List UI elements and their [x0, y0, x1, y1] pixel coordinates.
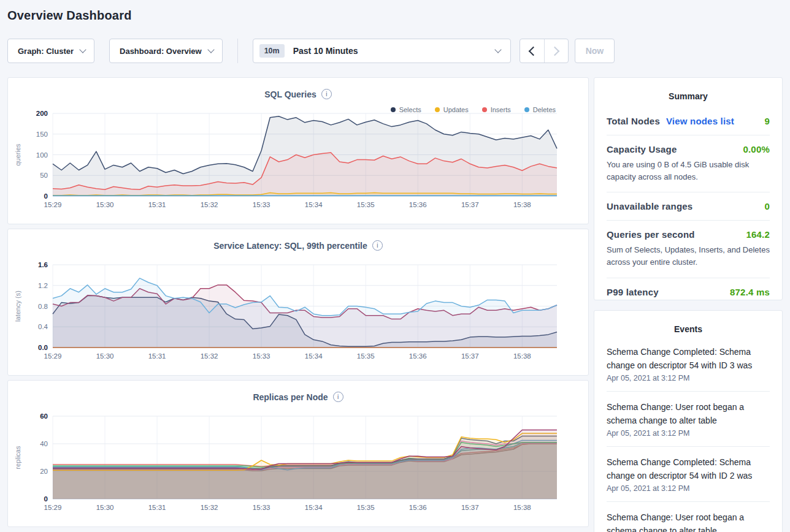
svg-text:15:31: 15:31 [148, 352, 166, 360]
chart-header: Service Latency: SQL, 99th percentilei [8, 229, 588, 252]
p99-latency-row: P99 latency 872.4 ms [607, 287, 770, 297]
replicas-per-node-plot[interactable]: 15:2915:3015:3115:3215:3315:3415:3515:36… [8, 410, 589, 517]
legend-item-updates[interactable]: Updates [435, 106, 469, 113]
event-timestamp: Apr 05, 2021 at 3:12 PM [607, 374, 770, 382]
event-text: Schema Change Completed: Schema change o… [607, 455, 770, 482]
legend-item-selects[interactable]: Selects [391, 106, 421, 113]
events-panel: Events Schema Change Completed: Schema c… [594, 310, 783, 532]
svg-text:15:30: 15:30 [96, 352, 114, 360]
svg-text:15:38: 15:38 [513, 504, 531, 511]
divider [607, 192, 770, 192]
svg-text:60: 60 [40, 412, 48, 420]
toolbar-divider [237, 39, 238, 63]
sql-queries-plot[interactable]: 15:2915:3015:3115:3215:3315:3415:3515:36… [8, 107, 589, 215]
svg-text:20: 20 [40, 468, 48, 475]
events-list: Schema Change Completed: Schema change o… [607, 345, 770, 532]
svg-text:15:30: 15:30 [96, 504, 114, 511]
legend-dot [524, 107, 529, 112]
next-range-button[interactable] [544, 39, 568, 63]
svg-text:15:30: 15:30 [96, 201, 114, 208]
chevron-right-icon [550, 46, 560, 56]
legend-label: Selects [399, 106, 421, 113]
svg-text:15:29: 15:29 [44, 352, 62, 360]
svg-text:15:36: 15:36 [409, 201, 427, 208]
dashboard-dropdown[interactable]: Dashboard: Overview [109, 39, 223, 63]
graph-scope-dropdown[interactable]: Graph: Cluster [7, 39, 94, 63]
events-title: Events [607, 324, 770, 334]
svg-text:15:33: 15:33 [253, 201, 270, 208]
capacity-usage-description: You are using 0 B of 4.5 GiB usable disk… [607, 159, 770, 183]
summary-title: Summary [607, 91, 770, 101]
charts-column: SQL Queriesi SelectsUpdatesInsertsDelete… [7, 77, 589, 531]
toolbar: Graph: Cluster Dashboard: Overview 10m P… [7, 39, 783, 63]
prev-range-button[interactable] [520, 39, 544, 63]
capacity-usage-row: Capacity Usage 0.00% [607, 144, 770, 154]
chevron-down-icon [207, 46, 214, 53]
divider [607, 501, 770, 502]
svg-text:15:29: 15:29 [44, 201, 62, 208]
event-item: Schema Change: User root began a schema … [607, 400, 770, 438]
svg-text:15:38: 15:38 [513, 201, 531, 208]
chart-header: Replicas per Nodei [8, 381, 588, 403]
svg-text:40: 40 [40, 440, 48, 447]
time-window-badge: 10m [259, 44, 285, 58]
view-nodes-list-link[interactable]: View nodes list [666, 116, 734, 126]
chart-card-replicas-per-node: Replicas per Nodei 15:2915:3015:3115:321… [7, 380, 589, 527]
legend-item-deletes[interactable]: Deletes [524, 106, 556, 113]
svg-text:0.8: 0.8 [38, 303, 48, 310]
svg-text:15:34: 15:34 [305, 504, 323, 511]
svg-text:15:32: 15:32 [201, 352, 218, 360]
svg-text:15:36: 15:36 [409, 504, 427, 511]
svg-text:15:36: 15:36 [409, 352, 427, 360]
chevron-down-icon [494, 46, 501, 53]
info-icon[interactable]: i [333, 392, 343, 402]
svg-text:1.6: 1.6 [38, 261, 48, 268]
svg-text:15:35: 15:35 [357, 352, 375, 360]
svg-text:15:38: 15:38 [513, 352, 531, 360]
legend-label: Updates [443, 106, 469, 113]
queries-per-second-value: 164.2 [746, 229, 770, 240]
svg-text:latency (s): latency (s) [14, 291, 21, 322]
svg-text:200: 200 [36, 110, 48, 117]
event-timestamp: Apr 05, 2021 at 3:12 PM [607, 484, 770, 493]
info-icon[interactable]: i [372, 240, 383, 251]
event-timestamp: Apr 05, 2021 at 3:12 PM [607, 429, 770, 438]
queries-per-second-row: Queries per second 164.2 [607, 229, 770, 240]
chart-header: SQL Queriesi [8, 78, 588, 101]
queries-per-second-label: Queries per second [607, 229, 695, 240]
now-button[interactable]: Now [575, 39, 615, 63]
svg-text:100: 100 [36, 151, 48, 159]
service-latency-plot[interactable]: 15:2915:3015:3115:3215:3315:3415:3515:36… [8, 259, 589, 366]
total-nodes-row: Total Nodes View nodes list 9 [607, 116, 770, 126]
svg-text:50: 50 [40, 172, 48, 179]
queries-per-second-description: Sum of Selects, Updates, Inserts, and De… [607, 244, 770, 268]
event-text: Schema Change: User root began a schema … [607, 400, 770, 427]
legend-label: Inserts [491, 106, 511, 113]
svg-text:15:37: 15:37 [461, 504, 479, 511]
legend-dot [435, 107, 440, 112]
p99-latency-value: 872.4 ms [730, 287, 770, 297]
event-item: Schema Change Completed: Schema change o… [607, 345, 770, 382]
chart-legend: SelectsUpdatesInsertsDeletes [391, 106, 556, 113]
legend-item-inserts[interactable]: Inserts [482, 106, 511, 113]
divider [607, 278, 770, 278]
time-range-picker[interactable]: 10m Past 10 Minutes [253, 39, 511, 63]
svg-text:15:37: 15:37 [461, 201, 479, 208]
svg-text:1.2: 1.2 [38, 282, 48, 289]
overview-dashboard-page: Overview Dashboard Graph: Cluster Dashbo… [0, 0, 790, 532]
unavailable-ranges-value: 0 [764, 201, 770, 211]
svg-text:15:37: 15:37 [461, 352, 479, 360]
event-text: Schema Change: User root began a schema … [607, 511, 770, 532]
divider [607, 391, 770, 392]
svg-text:0.0: 0.0 [38, 344, 48, 351]
event-text: Schema Change Completed: Schema change o… [607, 345, 770, 372]
svg-text:15:32: 15:32 [201, 504, 218, 511]
divider [607, 220, 770, 221]
time-window-label: Past 10 Minutes [293, 46, 358, 56]
info-icon[interactable]: i [321, 89, 332, 99]
time-step-button-group [520, 39, 569, 63]
svg-text:0: 0 [44, 495, 48, 503]
svg-text:15:35: 15:35 [357, 201, 375, 208]
legend-dot [391, 107, 396, 112]
unavailable-ranges-label: Unavailable ranges [607, 201, 692, 211]
